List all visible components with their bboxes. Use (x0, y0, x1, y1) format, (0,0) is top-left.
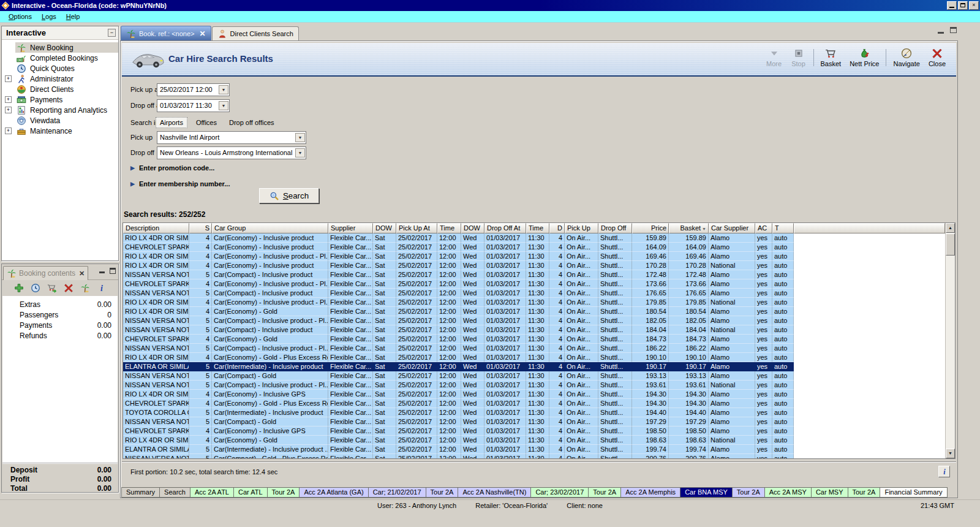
column-header-pick-up-11[interactable]: Pick Up (565, 223, 598, 233)
column-header-car-supplier-15[interactable]: Car Supplier (709, 223, 755, 233)
pickup-at-combo[interactable]: 25/02/2017 12:00 ▼ (157, 83, 230, 96)
bottom-tab-tour-2a[interactable]: Tour 2A (732, 487, 765, 498)
table-row[interactable]: NISSAN VERSA NOTE...5Car(Compact) - Incl… (123, 289, 945, 298)
column-header-time-9[interactable]: Time (526, 223, 549, 233)
bottom-tab-acc-2a-atl[interactable]: Acc 2A ATL (190, 487, 234, 498)
basket-button[interactable]: Basket (816, 47, 846, 69)
close-button[interactable]: × (969, 1, 979, 10)
bottom-tab-acc-2a-msy[interactable]: Acc 2A MSY (764, 487, 812, 498)
sidebar-item-reporting-and-analytics[interactable]: +Reporting and Analytics (2, 105, 118, 115)
add-icon[interactable] (14, 283, 24, 293)
mdi-minimize-button[interactable] (938, 32, 944, 34)
search-button[interactable]: Search (259, 188, 319, 203)
chevron-down-icon[interactable]: ▼ (295, 148, 305, 157)
table-row[interactable]: CHEVROLET SPARK ...4Car(Economy) - Inclu… (123, 279, 945, 289)
search-in-option-offices[interactable]: Offices (192, 118, 221, 127)
delete-icon[interactable] (64, 283, 74, 293)
bottom-tab-search[interactable]: Search (159, 487, 190, 498)
sidebar-item-viewdata[interactable]: Viewdata (2, 115, 118, 126)
dropoff-at-combo[interactable]: 01/03/2017 11:30 ▼ (157, 99, 230, 112)
menu-item-options[interactable]: Options (4, 12, 37, 21)
maximize-button[interactable] (958, 1, 968, 10)
chevron-down-icon[interactable]: ▼ (295, 133, 305, 142)
table-row[interactable]: NISSAN VERSA NOTE...5Car(Compact) - Gold… (123, 417, 945, 427)
table-row[interactable]: NISSAN VERSA NOTE...5Car(Compact) - Incl… (123, 325, 945, 335)
chevron-down-icon[interactable]: ▼ (219, 101, 228, 110)
column-header-d-10[interactable]: D (549, 223, 565, 233)
minimize-button[interactable] (947, 1, 957, 10)
booking-contents-tab[interactable]: Booking contents ✕ (3, 266, 88, 280)
scrollbar-down-button[interactable]: ▼ (946, 449, 955, 458)
table-row[interactable]: ELANTRA OR SIMILAR5Car(Intermediate) - I… (123, 445, 945, 454)
table-row[interactable]: CHEVROLET SPARK ...4Car(Economy) - GoldF… (123, 335, 945, 344)
dropoff-combo[interactable]: New Orleans - Louis Armstrong Internatio… (157, 146, 306, 159)
bottom-tab-car-21-02-2017[interactable]: Car; 21/02/2017 (368, 487, 426, 498)
column-header-supplier-3[interactable]: Supplier (328, 223, 373, 233)
palm-tree-icon[interactable] (80, 283, 90, 293)
table-row[interactable]: NISSAN VERSA NOTE...5Car(Compact) - Incl… (123, 270, 945, 279)
table-row[interactable]: RIO LX 4DR OR SIMI...4Car(Economy) - Inc… (123, 390, 945, 399)
tab-book-ref-none[interactable]: Book. ref.: <none>✕ (121, 26, 211, 40)
membership-number-expander[interactable]: ▶ Enter membership number... (130, 180, 230, 188)
bottom-tab-tour-2a[interactable]: Tour 2A (848, 487, 881, 498)
sidebar-item-administrator[interactable]: +Administrator (2, 74, 118, 84)
navigate-button[interactable]: Navigate (889, 47, 924, 69)
column-header-time-6[interactable]: Time (437, 223, 461, 233)
bottom-tab-car-msy[interactable]: Car MSY (811, 487, 848, 498)
bottom-tab-car-23-02-2017[interactable]: Car; 23/02/2017 (530, 487, 589, 498)
search-in-option-drop-off-offices[interactable]: Drop off offices (225, 118, 278, 127)
scrollbar-thumb[interactable] (946, 233, 955, 256)
table-row[interactable]: RIO LX 4DR OR SIMI...4Car(Economy) - Gol… (123, 353, 945, 362)
table-row[interactable]: CHEVROLET SPARK ...4Car(Economy) - Gold … (123, 399, 945, 408)
table-row[interactable]: RIO LX 4DR OR SIMI...4Car(Economy) - Inc… (123, 261, 945, 270)
table-row[interactable]: RIO LX 4DR OR SIMI...4Car(Economy) - Inc… (123, 233, 945, 243)
column-header-pick-up-at-5[interactable]: Pick Up At (396, 223, 437, 233)
bottom-tab-car-bna-msy[interactable]: Car BNA MSY (680, 487, 733, 498)
column-header-dow-7[interactable]: DOW (461, 223, 484, 233)
bottom-tab-car-atl[interactable]: Car ATL (233, 487, 268, 498)
column-header-s-1[interactable]: S (189, 223, 212, 233)
table-row[interactable]: RIO LX 4DR OR SIMI...4Car(Economy) - Inc… (123, 252, 945, 261)
table-row[interactable]: NISSAN VERSA NOTE...5Car(Compact) - Gold… (123, 454, 945, 458)
bottom-tab-tour-2a[interactable]: Tour 2A (267, 487, 300, 498)
booking-panel-maximize-button[interactable] (110, 268, 116, 274)
tab-direct-clients-search[interactable]: Direct Clients Search (212, 26, 299, 40)
expand-icon[interactable]: + (5, 127, 12, 134)
info-icon[interactable]: i (97, 283, 107, 293)
bottom-tab-tour-2a[interactable]: Tour 2A (588, 487, 621, 498)
nett-price-button[interactable]: Nett Price (845, 47, 883, 69)
column-header-t-17[interactable]: T (772, 223, 794, 233)
table-row[interactable]: ELANTRA OR SIMILAR5Car(Intermediate) - I… (123, 362, 945, 371)
table-row[interactable]: NISSAN VERSA NOTE...5Car(Compact) - Incl… (123, 344, 945, 353)
sidebar-item-completed-bookings[interactable]: Completed Bookings (2, 53, 118, 63)
search-in-option-airports[interactable]: Airports (156, 117, 187, 128)
table-row[interactable]: NISSAN VERSA NOTE...5Car(Compact) - Gold… (123, 371, 945, 381)
menu-item-help[interactable]: Help (61, 12, 85, 21)
expand-icon[interactable]: + (5, 75, 12, 82)
menu-item-logs[interactable]: Logs (37, 12, 61, 21)
column-header-drop-off-12[interactable]: Drop Off (598, 223, 632, 233)
booking-contents-close-icon[interactable]: ✕ (79, 270, 85, 278)
column-header-drop-off-at-8[interactable]: Drop Off At (484, 223, 526, 233)
column-header-ac-16[interactable]: AC (755, 223, 772, 233)
expand-icon[interactable]: + (5, 96, 12, 103)
bottom-tab-tour-2a[interactable]: Tour 2A (426, 487, 459, 498)
expand-icon[interactable]: + (5, 107, 12, 113)
quick-quotes-icon[interactable] (31, 283, 40, 293)
table-row[interactable]: CHEVROLET SPARK ...4Car(Economy) - Inclu… (123, 427, 945, 436)
column-header-basket-14[interactable]: Basket▼ (669, 223, 709, 233)
sidebar-item-direct-clients[interactable]: Direct Clients (2, 84, 118, 94)
collapse-panel-button[interactable]: − (108, 29, 116, 37)
column-header-car-group-2[interactable]: Car Group (212, 223, 328, 233)
sidebar-item-new-booking[interactable]: New Booking (2, 42, 118, 53)
close-button[interactable]: Close (924, 47, 950, 69)
table-row[interactable]: RIO LX 4DR OR SIMI...4Car(Economy) - Gol… (123, 307, 945, 316)
bottom-tab-acc-2a-memphis[interactable]: Acc 2A Memphis (620, 487, 680, 498)
sidebar-item-payments[interactable]: +Payments (2, 94, 118, 105)
cart-arrow-icon[interactable] (47, 283, 57, 293)
table-row[interactable]: TOYOTA COROLLA O...5Car(Intermediate) - … (123, 408, 945, 417)
promotion-code-expander[interactable]: ▶ Enter promotion code... (130, 164, 214, 172)
column-header-description-0[interactable]: Description (123, 223, 189, 233)
bottom-tab-summary[interactable]: Summary (121, 487, 160, 498)
bottom-tab-acc-2a-nashville-tn[interactable]: Acc 2A Nashville(TN) (458, 487, 531, 498)
